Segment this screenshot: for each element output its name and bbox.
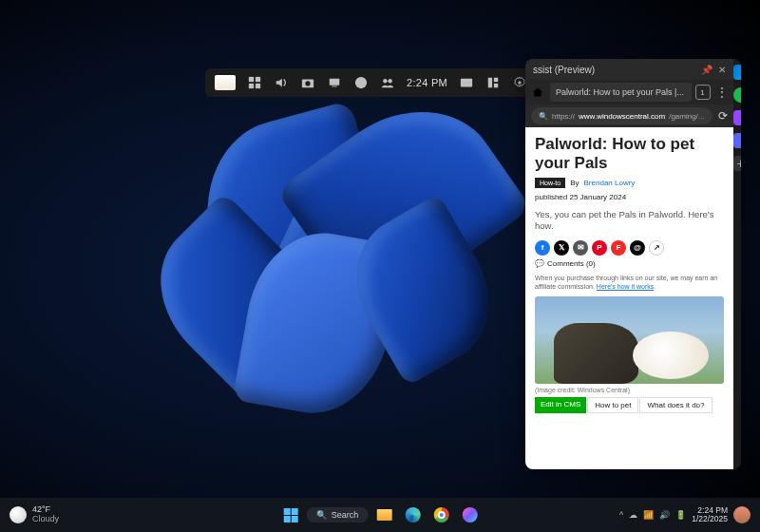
social-icon[interactable] (380, 75, 395, 90)
affiliate-link[interactable]: Here's how it works (597, 283, 654, 290)
xbox-icon[interactable] (353, 75, 369, 90)
svg-point-10 (388, 79, 391, 83)
pinterest-icon[interactable]: P (592, 240, 607, 256)
search-icon: 🔍 (316, 510, 327, 520)
taskbar-clock[interactable]: 2:24 PM 1/22/2025 (692, 506, 728, 524)
chevron-up-icon[interactable]: ^ (619, 510, 623, 520)
refresh-icon[interactable]: ⟳ (718, 109, 728, 123)
chrome-icon[interactable] (428, 503, 453, 527)
tab-count[interactable]: 1 (695, 85, 711, 100)
svg-rect-7 (332, 86, 336, 87)
taskbar: 42°F Cloudy 🔍Search ^ ☁ 📶 🔊 🔋 2:24 PM 1/… (0, 498, 760, 532)
svg-rect-13 (494, 78, 498, 82)
weather-widget[interactable]: 42°F Cloudy (10, 505, 59, 524)
menu-icon[interactable]: ⋮ (714, 86, 730, 99)
weather-cond: Cloudy (32, 515, 59, 524)
edit-cms-button[interactable]: Edit in CMS (535, 397, 586, 413)
category-tag[interactable]: How-to (535, 178, 565, 188)
article-lead: Yes, you can pet the Pals in Palworld. H… (535, 209, 724, 233)
battery-icon[interactable]: 🔋 (675, 510, 686, 520)
capture-thumbnail[interactable] (215, 75, 236, 90)
sidebar-add-icon[interactable]: + (733, 156, 741, 171)
volume-icon[interactable]: 🔊 (659, 510, 670, 520)
email-icon[interactable]: ✉ (573, 240, 588, 256)
by-label: By (570, 179, 579, 187)
x-icon[interactable]: 𝕏 (554, 240, 569, 256)
sidebar-twitch-icon[interactable] (733, 110, 741, 125)
game-bar: 2:24 PM (205, 68, 537, 97)
svg-rect-3 (256, 84, 260, 88)
share-row: f 𝕏 ✉ P F @ ↗ (535, 240, 724, 256)
pin-icon[interactable]: 📌 (701, 65, 712, 75)
browser-tabbar: Palworld: How to pet your Pals |... 1 ⋮ (525, 80, 733, 104)
flipboard-icon[interactable]: F (611, 240, 626, 256)
hero-image (535, 296, 724, 384)
affiliate-notice: When you purchase through links on our s… (535, 274, 724, 291)
clock-date: 1/22/2025 (692, 515, 728, 523)
lock-icon: 🔍 (539, 112, 548, 121)
svg-rect-14 (494, 84, 498, 87)
close-icon[interactable]: ✕ (718, 65, 726, 75)
author-link[interactable]: Brendan Lowry (584, 179, 636, 187)
system-tray[interactable]: ^ ☁ 📶 🔊 🔋 (619, 510, 686, 520)
assist-icon[interactable] (485, 75, 501, 90)
svg-point-15 (518, 81, 522, 85)
taskbar-right: ^ ☁ 📶 🔊 🔋 2:24 PM 1/22/2025 (619, 506, 750, 524)
sidebar-spotify-icon[interactable] (733, 87, 741, 103)
svg-rect-0 (249, 77, 254, 82)
panel-title: ssist (Preview) (533, 65, 595, 75)
message-icon[interactable] (459, 75, 474, 90)
nav-howto[interactable]: How to pet (587, 397, 638, 413)
svg-point-9 (383, 79, 387, 83)
svg-rect-12 (488, 78, 492, 88)
wallpaper-bloom (114, 43, 532, 468)
url-bar: 🔍 https://www.windowscentral.com/gaming/… (525, 104, 733, 127)
url-domain: www.windowscentral.com (579, 112, 665, 121)
svg-point-8 (355, 77, 367, 88)
performance-icon[interactable] (327, 75, 342, 90)
comments-link[interactable]: 💬 Comments (0) (535, 259, 724, 268)
publish-date: published 25 January 2024 (535, 193, 626, 201)
svg-rect-6 (330, 79, 340, 86)
capture-icon[interactable] (300, 75, 315, 90)
home-icon[interactable] (529, 84, 546, 101)
copilot-icon[interactable] (457, 503, 482, 527)
browser-tab[interactable]: Palworld: How to pet your Pals |... (550, 83, 692, 102)
nav-whatdoes[interactable]: What does it do? (639, 397, 712, 413)
url-input[interactable]: 🔍 https://www.windowscentral.com/gaming/… (531, 107, 712, 124)
svg-rect-11 (461, 79, 472, 87)
image-credit: (Image credit: Windows Central) (535, 387, 724, 393)
start-button[interactable] (278, 503, 303, 527)
share-icon[interactable]: ↗ (649, 240, 664, 256)
search-button[interactable]: 🔍Search (307, 507, 369, 522)
browser-assist-panel: ssist (Preview) 📌 ✕ Palworld: How to pet… (525, 59, 741, 469)
gamebar-time: 2:24 PM (407, 77, 447, 88)
audio-icon[interactable] (274, 75, 289, 90)
svg-rect-1 (256, 77, 260, 82)
facebook-icon[interactable]: f (535, 240, 550, 256)
svg-point-5 (305, 81, 310, 86)
widgets-icon[interactable] (247, 75, 262, 90)
panel-titlebar: ssist (Preview) 📌 ✕ (525, 59, 733, 80)
weather-icon (10, 506, 27, 523)
svg-rect-2 (249, 84, 254, 88)
edge-icon[interactable] (400, 503, 425, 527)
explorer-icon[interactable] (371, 503, 396, 527)
wifi-icon[interactable]: 📶 (643, 510, 654, 520)
article-nav: Edit in CMS How to pet What does it do? (535, 397, 724, 413)
user-avatar[interactable] (733, 506, 750, 523)
taskbar-center: 🔍Search (278, 503, 483, 527)
onedrive-icon[interactable]: ☁ (629, 510, 637, 520)
url-path: /gaming/... (669, 112, 704, 121)
page-content: Palworld: How to pet your Pals How-to By… (525, 127, 733, 469)
sidebar-discord-icon[interactable] (733, 133, 741, 148)
browser-sidebar: + (733, 59, 741, 469)
threads-icon[interactable]: @ (630, 240, 645, 256)
sidebar-edge-icon[interactable] (733, 65, 741, 80)
article-headline: Palworld: How to pet your Pals (535, 135, 724, 172)
